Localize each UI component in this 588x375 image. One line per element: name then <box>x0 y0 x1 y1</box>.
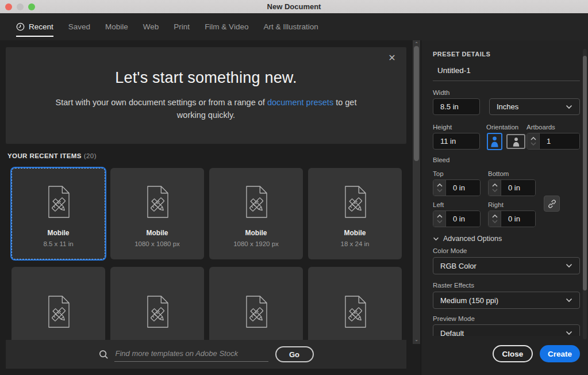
panel-footer: Close Create <box>421 336 588 375</box>
bleed-right-value[interactable]: 0 in <box>501 211 535 227</box>
stepper-up-icon[interactable] <box>492 215 498 218</box>
stepper-down-icon[interactable] <box>492 220 498 223</box>
bleed-bottom-value[interactable]: 0 in <box>501 180 535 196</box>
stepper-up-icon[interactable] <box>492 183 498 187</box>
create-button[interactable]: Create <box>540 345 580 362</box>
raster-effects-dropdown[interactable]: Medium (150 ppi) <box>433 292 580 309</box>
card-title: Mobile <box>48 229 70 237</box>
close-window-button[interactable] <box>5 3 12 10</box>
main-scrollbar-thumb[interactable] <box>414 46 419 161</box>
category-tab[interactable]: Mobile <box>105 13 128 40</box>
chevron-down-icon <box>566 331 572 335</box>
bleed-right-stepper[interactable]: 0 in <box>488 211 536 227</box>
banner-title: Let's start something new. <box>6 69 406 87</box>
card-size: 1080 x 1080 px <box>134 240 180 259</box>
height-input[interactable]: 11 in <box>433 133 480 150</box>
recent-items-grid: Mobile 8.5 x 11 in Mobile 1080 x 1080 px <box>11 168 402 358</box>
artboards-value[interactable]: 1 <box>540 133 579 149</box>
advanced-options-toggle[interactable]: Advanced Options <box>433 235 502 243</box>
document-template-icon <box>340 169 371 229</box>
document-template-icon <box>142 267 173 350</box>
orientation-landscape-button[interactable] <box>506 134 525 149</box>
chevron-down-icon <box>566 105 572 109</box>
minimize-window-button[interactable] <box>17 3 24 10</box>
divider <box>433 81 580 81</box>
adobe-stock-bar: Go <box>6 340 406 369</box>
artboards-stepper[interactable]: 1 <box>526 133 580 150</box>
tab-label: Print <box>174 22 190 31</box>
document-template-icon <box>241 169 272 229</box>
recent-item-card[interactable]: Mobile 1080 x 1080 px <box>110 168 204 259</box>
recent-item-card[interactable]: Mobile 18 x 24 in <box>308 168 402 259</box>
orientation-portrait-button[interactable] <box>487 133 502 150</box>
window-titlebar: New Document <box>0 0 588 13</box>
banner-subtitle: Start with your own document settings or… <box>45 96 367 122</box>
stepper-down-icon[interactable] <box>531 142 536 146</box>
close-button[interactable]: Close <box>493 345 533 362</box>
tab-label: Recent <box>29 22 53 31</box>
recent-items-heading: YOUR RECENT ITEMS(20) <box>7 152 97 159</box>
document-name-input[interactable]: Untitled-1 <box>437 66 471 75</box>
clock-icon <box>16 22 25 31</box>
category-tab[interactable]: Art & Illustration <box>263 13 318 40</box>
panel-scrollbar[interactable] <box>583 49 587 339</box>
bleed-left-value[interactable]: 0 in <box>446 211 480 227</box>
stock-search-input[interactable] <box>114 347 268 362</box>
units-dropdown[interactable]: Inches <box>489 98 580 115</box>
width-label: Width <box>433 89 449 96</box>
document-template-icon <box>241 267 272 350</box>
category-tab[interactable]: Web <box>143 13 159 40</box>
landscape-person-icon <box>512 137 520 147</box>
tab-label: Mobile <box>105 22 128 31</box>
tab-label: Art & Illustration <box>263 22 318 31</box>
scroll-down-icon[interactable]: ⌄ <box>413 338 420 342</box>
main-scrollbar[interactable]: ⌃ ⌄ <box>413 40 420 344</box>
recent-item-card[interactable]: Mobile 1080 x 1920 px <box>209 168 303 259</box>
card-title: Mobile <box>147 229 168 237</box>
go-button[interactable]: Go <box>275 346 314 362</box>
category-tab[interactable]: Print <box>174 13 190 40</box>
stepper-up-icon[interactable] <box>437 183 443 187</box>
document-presets-link[interactable]: document presets <box>267 98 333 107</box>
stepper-down-icon[interactable] <box>492 189 498 192</box>
recent-item-card[interactable]: Mobile 8.5 x 11 in <box>11 168 105 259</box>
tab-label: Saved <box>68 22 90 31</box>
document-template-icon <box>43 267 74 350</box>
card-title: Mobile <box>344 229 366 237</box>
height-label: Height <box>433 124 452 131</box>
card-size: 1080 x 1920 px <box>233 240 279 259</box>
category-tab[interactable]: Recent <box>16 13 53 40</box>
banner-close-icon[interactable]: ✕ <box>386 52 398 64</box>
chain-link-icon <box>547 199 557 209</box>
card-size: 8.5 x 11 in <box>43 240 73 259</box>
stepper-up-icon[interactable] <box>531 137 536 140</box>
panel-scrollbar-thumb[interactable] <box>583 56 587 290</box>
bleed-bottom-label: Bottom <box>488 170 509 177</box>
main-content: ✕ Let's start something new. Start with … <box>0 40 421 375</box>
bleed-top-stepper[interactable]: 0 in <box>433 179 481 196</box>
stepper-down-icon[interactable] <box>437 220 443 223</box>
bleed-link-button[interactable] <box>544 196 560 212</box>
bleed-top-value[interactable]: 0 in <box>446 180 480 196</box>
orientation-label: Orientation <box>486 124 518 131</box>
zoom-window-button[interactable] <box>28 3 35 10</box>
welcome-banner: ✕ Let's start something new. Start with … <box>6 47 406 144</box>
card-size: 18 x 24 in <box>341 240 370 259</box>
chevron-down-icon <box>566 263 572 268</box>
window-title: New Document <box>0 2 588 11</box>
chevron-down-icon <box>433 237 439 241</box>
portrait-person-icon <box>490 136 499 147</box>
width-input[interactable]: 8.5 in <box>433 98 480 115</box>
preview-mode-label: Preview Mode <box>433 315 475 322</box>
category-tab[interactable]: Saved <box>68 13 90 40</box>
bleed-right-label: Right <box>488 201 504 208</box>
stepper-down-icon[interactable] <box>437 189 443 192</box>
document-template-icon <box>340 267 371 350</box>
stepper-up-icon[interactable] <box>437 215 443 218</box>
bleed-bottom-stepper[interactable]: 0 in <box>488 179 536 196</box>
chevron-down-icon <box>566 298 572 303</box>
document-template-icon <box>43 169 74 229</box>
category-tab[interactable]: Film & Video <box>205 13 248 40</box>
color-mode-dropdown[interactable]: RGB Color <box>433 257 580 274</box>
bleed-left-stepper[interactable]: 0 in <box>433 211 481 227</box>
